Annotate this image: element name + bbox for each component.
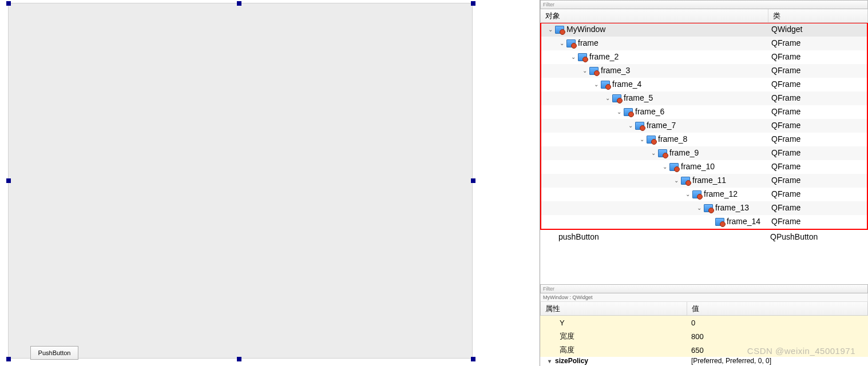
chevron-down-icon[interactable]: ⌄ xyxy=(581,64,588,78)
tree-row[interactable]: ⌄frame_7QFrame xyxy=(541,119,867,133)
tree-item-label: frame_14 xyxy=(727,215,760,229)
resize-handle-br[interactable] xyxy=(471,357,475,361)
tree-item-label: frame_4 xyxy=(612,78,641,92)
filter-placeholder: Filter xyxy=(543,2,554,7)
tree-row[interactable]: ⌄frame_6QFrame xyxy=(541,105,867,119)
resize-handle-bl[interactable] xyxy=(6,357,11,361)
nested-frames xyxy=(29,19,451,333)
resize-handle-ml[interactable] xyxy=(6,178,11,183)
prop-key-header[interactable]: 属性 xyxy=(541,302,687,315)
widget-icon xyxy=(635,122,644,130)
prop-val-label: 800 xyxy=(687,332,868,341)
tree-item-class: QWidget xyxy=(769,23,867,37)
chevron-down-icon[interactable]: ⌄ xyxy=(604,92,611,105)
tree-item-label: frame_13 xyxy=(715,201,749,215)
prop-key-label: 高度 xyxy=(540,345,687,355)
prop-key-label: Y xyxy=(540,319,687,327)
object-col-header[interactable]: 对象 xyxy=(541,9,768,22)
tree-item-class: QFrame xyxy=(769,78,867,92)
tree-item-class: QFrame xyxy=(769,64,867,78)
tree-row[interactable]: ⌄frameQFrame xyxy=(541,37,867,50)
design-canvas-area: PushButton xyxy=(0,0,540,366)
tree-row[interactable]: ⌄frame_11QFrame xyxy=(541,174,867,188)
tree-item-class: QFrame xyxy=(769,174,867,188)
prop-val-header[interactable]: 值 xyxy=(687,302,867,315)
resize-handle-tr[interactable] xyxy=(471,1,475,6)
form-canvas[interactable]: PushButton xyxy=(8,3,473,359)
tree-row[interactable]: ⌄frame_2QFrame xyxy=(541,50,867,64)
tree-row[interactable]: ⌄frame_9QFrame xyxy=(541,146,867,160)
object-tree[interactable]: ⌄MyWindowQWidget⌄frameQFrame⌄frame_2QFra… xyxy=(540,23,868,230)
chevron-down-icon[interactable]: ⌄ xyxy=(661,160,668,174)
tree-item-label: frame_12 xyxy=(704,188,738,201)
chevron-down-icon[interactable]: ⌄ xyxy=(558,37,565,50)
prop-row[interactable]: 高度650 xyxy=(540,343,868,357)
tree-item-class: QFrame xyxy=(769,215,867,229)
chevron-down-icon[interactable]: ⌄ xyxy=(684,188,691,201)
widget-icon xyxy=(715,218,724,226)
widget-icon xyxy=(681,177,690,185)
tree-row-pushbutton[interactable]: pushButton QPushButton xyxy=(540,230,868,244)
widget-icon xyxy=(692,190,701,198)
tree-row[interactable]: frame_14QFrame xyxy=(541,215,867,229)
prop-val-label: 650 xyxy=(687,346,868,355)
widget-icon xyxy=(578,53,587,61)
tree-row[interactable]: ⌄frame_10QFrame xyxy=(541,160,867,174)
tree-item-label: MyWindow xyxy=(566,23,605,37)
widget-icon xyxy=(624,108,633,116)
tree-row[interactable]: ⌄frame_4QFrame xyxy=(541,78,867,92)
tree-item-label: frame_10 xyxy=(681,160,715,174)
tree-item-label: frame_6 xyxy=(635,105,664,119)
tree-row[interactable]: ⌄frame_3QFrame xyxy=(541,64,867,78)
tree-item-label: frame_2 xyxy=(589,50,619,64)
tree-item-class: QFrame xyxy=(769,146,867,160)
widget-icon xyxy=(647,136,656,144)
tree-item-label: frame_5 xyxy=(624,92,653,105)
resize-handle-tl[interactable] xyxy=(6,1,11,6)
chevron-down-icon[interactable]: ⌄ xyxy=(650,146,657,160)
chevron-down-icon[interactable]: ⌄ xyxy=(639,133,645,146)
resize-handle-mr[interactable] xyxy=(471,178,475,183)
prop-val-label: [Preferred, Preferred, 0, 0] xyxy=(687,357,868,365)
widget-icon xyxy=(601,81,610,89)
tree-item-class: QFrame xyxy=(769,105,867,119)
filter-placeholder: Filter xyxy=(543,286,554,292)
prop-row[interactable]: Y0 xyxy=(540,316,868,329)
tree-item-label: frame_7 xyxy=(647,119,676,133)
tree-item-label: frame xyxy=(578,37,599,50)
widget-icon xyxy=(669,163,679,171)
widget-icon xyxy=(612,94,621,102)
object-filter-input[interactable]: Filter xyxy=(540,0,868,9)
prop-row-sizepolicy[interactable]: ▾sizePolicy [Preferred, Preferred, 0, 0] xyxy=(540,357,868,366)
resize-handle-bm[interactable] xyxy=(237,357,241,361)
chevron-down-icon[interactable]: ⌄ xyxy=(627,119,634,133)
tree-row[interactable]: ⌄MyWindowQWidget xyxy=(541,23,867,37)
tree-item-class: QFrame xyxy=(769,201,867,215)
tree-item-label: frame_11 xyxy=(692,174,726,188)
chevron-down-icon[interactable]: ⌄ xyxy=(616,105,623,119)
tree-row[interactable]: ⌄frame_5QFrame xyxy=(541,92,867,105)
chevron-down-icon[interactable]: ⌄ xyxy=(593,78,600,92)
widget-icon xyxy=(566,39,576,47)
tree-item-label: pushButton xyxy=(558,232,599,241)
chevron-down-icon[interactable]: ⌄ xyxy=(673,174,680,188)
tree-item-label: frame_3 xyxy=(601,64,630,78)
chevron-down-icon[interactable]: ⌄ xyxy=(547,23,554,37)
resize-handle-tm[interactable] xyxy=(237,1,241,6)
chevron-down-icon[interactable]: ⌄ xyxy=(696,201,703,215)
prop-row[interactable]: 宽度800 xyxy=(540,329,868,343)
chevron-down-icon: ▾ xyxy=(546,358,553,364)
chevron-down-icon[interactable]: ⌄ xyxy=(570,50,577,64)
widget-icon xyxy=(704,204,713,212)
tree-row[interactable]: ⌄frame_13QFrame xyxy=(541,201,867,215)
tree-row[interactable]: ⌄frame_12QFrame xyxy=(541,188,867,201)
tree-item-class: QFrame xyxy=(769,50,867,64)
property-filter-input[interactable]: Filter xyxy=(540,284,868,293)
class-col-header[interactable]: 类 xyxy=(768,9,867,22)
tree-item-class: QFrame xyxy=(769,37,867,50)
pushbutton-widget[interactable]: PushButton xyxy=(30,346,78,360)
tree-item-class: QFrame xyxy=(769,119,867,133)
tree-row[interactable]: ⌄frame_8QFrame xyxy=(541,133,867,146)
tree-item-class: QFrame xyxy=(769,188,867,201)
inspector-area: Filter 对象 类 ⌄MyWindowQWidget⌄frameQFrame… xyxy=(540,0,868,366)
